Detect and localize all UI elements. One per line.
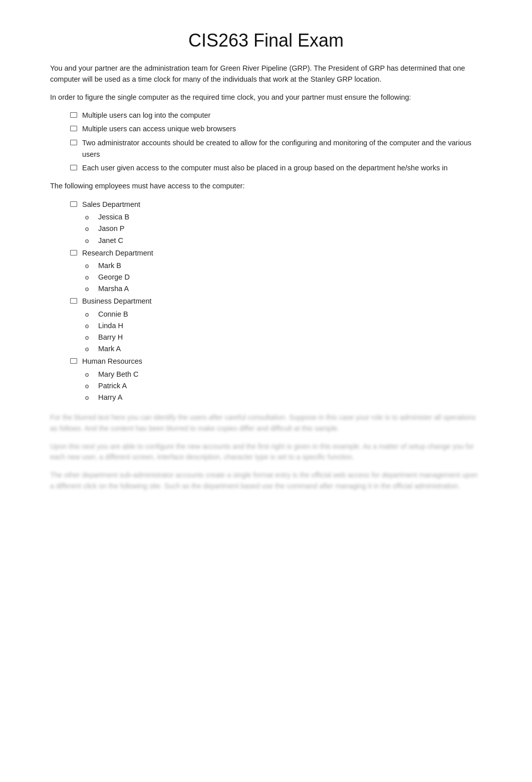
dept-bullet-icon [70, 201, 77, 207]
sub-bullet: o [85, 310, 93, 320]
requirement-text: Multiple users can access unique web bro… [82, 123, 482, 135]
blurred-paragraph-0: For the blurred text here you can identi… [50, 412, 482, 434]
bullet-icon [70, 165, 77, 170]
member-item: oJessica B [85, 211, 482, 223]
member-name: George D [98, 272, 130, 283]
member-name: Mark A [98, 343, 121, 355]
member-item: oJason P [85, 223, 482, 234]
page-title: CIS263 Final Exam [50, 30, 482, 51]
sub-bullet: o [85, 261, 93, 272]
member-name: Janet C [98, 235, 123, 246]
department-item-3: Human ResourcesoMary Beth CoPatrick AoHa… [70, 356, 482, 403]
member-name: Mary Beth C [98, 369, 139, 380]
sub-bullet: o [85, 236, 93, 246]
member-item: oLinda H [85, 320, 482, 332]
member-name: Barry H [98, 332, 123, 343]
member-item: oGeorge D [85, 272, 482, 283]
requirement-text: Two administrator accounts should be cre… [82, 137, 482, 160]
sub-bullet: o [85, 393, 93, 403]
dept-members-list-1: oMark BoGeorge DoMarsha A [85, 260, 482, 295]
dept-members-list-2: oConnie BoLinda HoBarry HoMark A [85, 309, 482, 355]
requirement-item-1: Multiple users can access unique web bro… [70, 123, 482, 135]
sub-bullet: o [85, 212, 93, 223]
sub-bullet: o [85, 344, 93, 355]
dept-members-list-0: oJessica BoJason PoJanet C [85, 211, 482, 246]
member-name: Jessica B [98, 211, 129, 223]
sub-bullet: o [85, 333, 93, 343]
sub-bullet: o [85, 381, 93, 392]
department-item-1: Research DepartmentoMark BoGeorge DoMars… [70, 247, 482, 295]
requirement-text: Each user given access to the computer m… [82, 162, 482, 174]
member-item: oBarry H [85, 332, 482, 343]
dept-name: Business Department [82, 296, 152, 307]
member-name: Marsha A [98, 283, 129, 295]
member-item: oHarry A [85, 392, 482, 403]
blurred-paragraph-1: Upon this next you are able to configure… [50, 441, 482, 463]
dept-name: Sales Department [82, 199, 140, 210]
sub-bullet: o [85, 284, 93, 295]
departments-list: Sales DepartmentoJessica BoJason PoJanet… [70, 199, 482, 403]
member-name: Harry A [98, 392, 122, 403]
dept-bullet-icon [70, 298, 77, 304]
intro-paragraph-1: You and your partner are the administrat… [50, 63, 482, 85]
member-name: Jason P [98, 223, 124, 234]
intro-paragraph-2: In order to figure the single computer a… [50, 92, 482, 103]
sub-bullet: o [85, 224, 93, 234]
department-item-0: Sales DepartmentoJessica BoJason PoJanet… [70, 199, 482, 246]
dept-bullet-icon [70, 250, 77, 255]
requirement-item-2: Two administrator accounts should be cre… [70, 137, 482, 160]
member-name: Mark B [98, 260, 121, 272]
member-item: oMarsha A [85, 283, 482, 295]
blurred-content: For the blurred text here you can identi… [50, 412, 482, 491]
member-item: oConnie B [85, 309, 482, 320]
sub-bullet: o [85, 273, 93, 283]
member-item: oMark B [85, 260, 482, 272]
bullet-icon [70, 140, 77, 145]
requirement-item-0: Multiple users can log into the computer [70, 110, 482, 121]
dept-members-list-3: oMary Beth CoPatrick AoHarry A [85, 369, 482, 404]
dept-name: Human Resources [82, 356, 142, 367]
bullet-icon [70, 126, 77, 131]
member-item: oPatrick A [85, 380, 482, 392]
member-item: oMark A [85, 343, 482, 355]
requirement-text: Multiple users can log into the computer [82, 110, 482, 121]
member-item: oJanet C [85, 235, 482, 246]
requirement-item-3: Each user given access to the computer m… [70, 162, 482, 174]
sub-bullet: o [85, 370, 93, 380]
employees-intro: The following employees must have access… [50, 181, 482, 192]
dept-bullet-icon [70, 358, 77, 364]
blurred-paragraph-2: The other department sub-administrator a… [50, 470, 482, 491]
bullet-icon [70, 112, 77, 118]
sub-bullet: o [85, 321, 93, 332]
member-item: oMary Beth C [85, 369, 482, 380]
member-name: Linda H [98, 320, 123, 332]
requirements-list: Multiple users can log into the computer… [70, 110, 482, 174]
dept-name: Research Department [82, 247, 153, 259]
member-name: Patrick A [98, 380, 127, 392]
member-name: Connie B [98, 309, 128, 320]
department-item-2: Business DepartmentoConnie BoLinda HoBar… [70, 296, 482, 355]
